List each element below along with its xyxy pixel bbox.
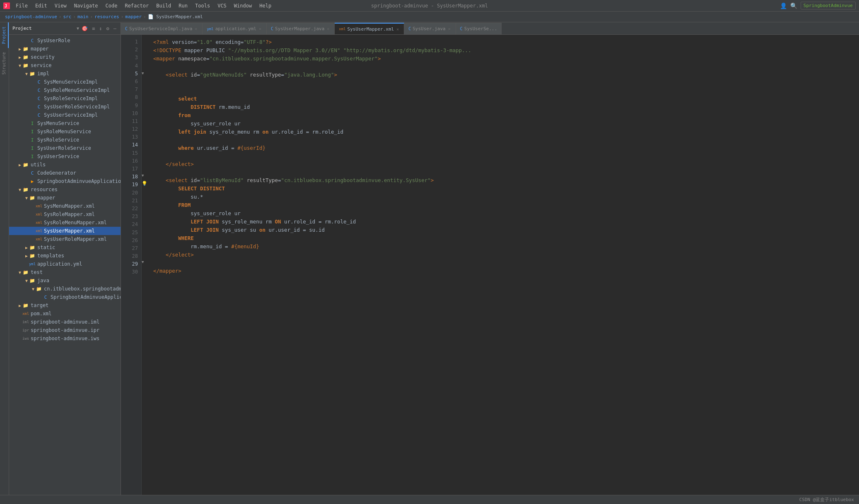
tree-label: pom.xml [31,311,52,317]
structure-tab[interactable]: Structure [0,48,9,79]
scroll-icon[interactable]: ↕ [98,25,103,32]
tree-label: application.yml [37,261,82,267]
menu-file[interactable]: File [12,2,31,10]
code-line-21: FROM [153,201,859,209]
project-dropdown[interactable]: ▼ [77,26,79,31]
xml-icon: xml [36,219,42,226]
collapse-all-icon[interactable]: ≡ [91,25,96,32]
tree-item-SysUserService[interactable]: I SysUserService [9,152,121,161]
tree-item-CodeGenerator[interactable]: C CodeGenerator [9,169,121,177]
tree-item-SysMenuServiceImpl[interactable]: C SysMenuServiceImpl [9,78,121,86]
menu-view[interactable]: View [51,2,70,10]
tree-item-utils[interactable]: ▶ 📁 utils [9,161,121,169]
breadcrumb-project[interactable]: springboot-adminvue [5,14,57,19]
tree-item-resources[interactable]: ▼ 📁 resources [9,185,121,194]
iws-icon: iws [22,335,29,342]
menu-vcs[interactable]: VCS [214,2,230,10]
tab-close-icon[interactable]: ✕ [258,26,262,31]
breadcrumb-resources[interactable]: resources [94,14,119,19]
svg-text:J: J [5,4,7,8]
tree-item-java2[interactable]: ▼ 📁 java [9,276,121,285]
menu-refactor[interactable]: Refactor [121,2,152,10]
fold-icon-29[interactable]: ▼ [142,259,144,265]
breadcrumb-src[interactable]: src [63,14,71,19]
locate-icon[interactable]: 🎯 [81,25,89,32]
tree-item-SysRoleServiceImpl[interactable]: C SysRoleServiceImpl [9,94,121,103]
gutter-21 [142,195,150,203]
xml-icon: xml [22,310,29,317]
gutter-30 [142,266,150,274]
tab-SysUser.java[interactable]: C SysUser.java ✕ [404,23,456,34]
menu-edit[interactable]: Edit [32,2,51,10]
hide-icon[interactable]: — [113,25,117,32]
tree-item-springboot-adminvue.iml[interactable]: iml springboot-adminvue.iml [9,318,121,326]
tree-item-springboot-adminvue.ipr[interactable]: ipr springboot-adminvue.ipr [9,326,121,334]
interface-icon: I [29,120,36,127]
breadcrumb-main[interactable]: main [77,14,89,19]
tree-item-application.yml[interactable]: yml application.yml [9,260,121,268]
tree-item-SysRoleMapper.xml[interactable]: xml SysRoleMapper.xml [9,210,121,218]
tab-SysUserMapper.xml[interactable]: xml SysUserMapper.xml ✕ [335,23,404,34]
tree-item-SysRoleMenuServiceImpl[interactable]: C SysRoleMenuServiceImpl [9,86,121,94]
tree-item-service[interactable]: ▼ 📁 service [9,61,121,70]
settings-icon[interactable]: ⚙ [106,25,110,32]
tree-item-SysUserMapper.xml[interactable]: xml SysUserMapper.xml [9,227,121,235]
menu-navigate[interactable]: Navigate [71,2,101,10]
tree-item-SysUserServiceImpl[interactable]: C SysUserServiceImpl [9,111,121,119]
tree-item-SpringbootAdminvueApplicationTests[interactable]: C SpringbootAdminvueApplicationTests [9,293,121,301]
tree-item-SysRoleMenuMapper.xml[interactable]: xml SysRoleMenuMapper.xml [9,218,121,227]
fold-icon-18[interactable]: ▼ [142,173,144,178]
tree-item-impl[interactable]: ▼ 📁 impl [9,70,121,78]
code-line-30 [153,275,859,283]
tree-item-security[interactable]: ▶ 📁 security [9,53,121,61]
tab-close-icon[interactable]: ✕ [194,26,198,31]
tab-close-icon[interactable]: ✕ [447,26,451,31]
line-num-1: 1 [121,38,141,46]
tree-item-springboot-adminvue.iws[interactable]: iws springboot-adminvue.iws [9,334,121,343]
menu-help[interactable]: Help [256,2,275,10]
project-tab[interactable]: Project [0,22,9,48]
code-line-3: <mapper namespace="cn.itbluebox.springbo… [153,55,859,63]
tree-item-SysRoleService[interactable]: I SysRoleService [9,136,121,144]
tree-item-SysMenuService[interactable]: I SysMenuService [9,119,121,127]
tree-item-test[interactable]: ▼ 📁 test [9,268,121,276]
tree-item-SysMenuMapper.xml[interactable]: xml SysMenuMapper.xml [9,202,121,210]
code-line-14: where ur.user_id = #{userId} [153,144,859,152]
code-line-2: <!DOCTYPE mapper PUBLIC "-//mybatis.org/… [153,46,859,55]
menu-tools[interactable]: Tools [192,2,213,10]
line-num-22: 22 [121,205,141,213]
user-icon[interactable]: 👤 [780,2,787,9]
tree-item-templates[interactable]: ▶ 📁 templates [9,252,121,260]
tab-SysUserMapper.java[interactable]: C SysUserMapper.java ✕ [267,23,335,34]
tab-SysUserServiceImpl[interactable]: C SysUserServiceImpl.java ✕ [121,23,203,34]
tree-label: utils [31,162,46,168]
tree-item-target[interactable]: ▶ 📁 target [9,301,121,310]
tab-close-icon[interactable]: ✕ [396,27,400,31]
tab-close-icon[interactable]: ✕ [326,26,330,31]
menu-window[interactable]: Window [231,2,255,10]
menu-code[interactable]: Code [102,2,121,10]
code-editor[interactable]: <?xml version="1.0" encoding="UTF-8"?> <… [150,35,859,495]
tree-item-SysUserRoleService[interactable]: I SysUserRoleService [9,144,121,152]
menu-run[interactable]: Run [175,2,191,10]
search-icon[interactable]: 🔍 [790,2,797,9]
tree-item-SpringbootAdminvueApplication[interactable]: ▶ SpringbootAdminvueApplication [9,177,121,185]
tree-item-cn.itbluebox[interactable]: ▼ 📁 cn.itbluebox.springbootadminvue [9,285,121,293]
tree-item-pom.xml[interactable]: xml pom.xml [9,310,121,318]
tree-item-SysRoleMenuService[interactable]: I SysRoleMenuService [9,127,121,136]
menu-build[interactable]: Build [153,2,174,10]
tree-item-mapper[interactable]: ▶ 📁 mapper [9,45,121,53]
folder-icon: 📁 [22,54,29,60]
tree-label: SysUserRoleServiceImpl [44,104,110,110]
tab-SysUserSe[interactable]: C SysUserSe... [456,23,502,34]
tree-item-sysUserRole[interactable]: C SysUserRole [9,36,121,45]
tree-item-static[interactable]: ▶ 📁 static [9,243,121,252]
tree-item-mapper-resources[interactable]: ▼ 📁 mapper [9,194,121,202]
tab-application.yml[interactable]: yml application.yml ✕ [203,23,267,34]
fold-icon-5[interactable]: ▼ [142,70,144,76]
tree-label: SpringbootAdminvueApplicationTests [51,294,121,300]
tree-label: target [31,302,48,308]
breadcrumb-mapper[interactable]: mapper [125,14,142,19]
tree-item-SysUserRoleServiceImpl[interactable]: C SysUserRoleServiceImpl [9,103,121,111]
tree-item-SysUserRoleMapper.xml[interactable]: xml SysUserRoleMapper.xml [9,235,121,243]
